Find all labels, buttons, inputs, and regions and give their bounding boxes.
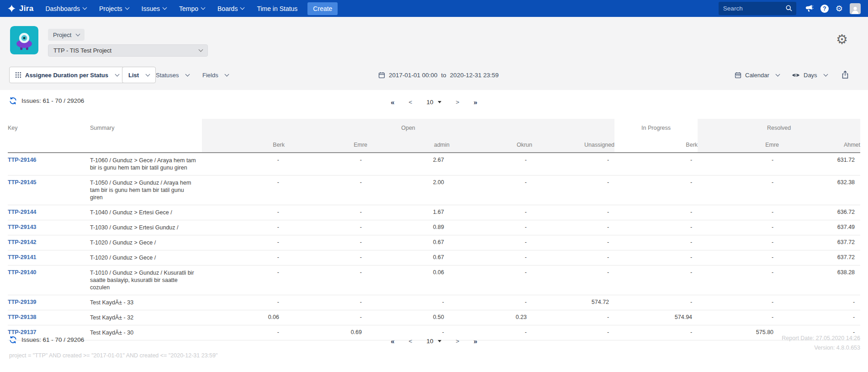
nav-item-label: Tempo xyxy=(179,5,198,12)
jira-logo[interactable]: Jira xyxy=(7,4,33,13)
duration-cell: 0.06 xyxy=(202,310,285,325)
nav-item-label: Time in Status xyxy=(257,5,297,12)
chevron-down-icon xyxy=(115,72,120,76)
duration-cell: - xyxy=(614,175,698,205)
app-version: Version: 4.8.0.653 xyxy=(782,343,860,353)
issue-key-link[interactable]: TTP-29142 xyxy=(8,239,37,245)
issue-summary-cell: T-1040 / Gunduz > Ertesi Gece / xyxy=(90,205,202,220)
nav-item-boards[interactable]: Boards xyxy=(217,5,244,12)
refresh-button[interactable] xyxy=(9,336,17,344)
chevron-down-icon xyxy=(199,48,203,52)
issues-count-label: Issues: 61 - 70 / 29206 xyxy=(21,336,84,343)
chevron-down-icon xyxy=(125,5,129,10)
search-input[interactable] xyxy=(719,5,796,12)
statuses-dropdown[interactable]: Statuses xyxy=(156,67,189,83)
first-page-button[interactable]: « xyxy=(391,337,394,345)
fields-dropdown[interactable]: Fields xyxy=(202,67,228,83)
unit-days-dropdown[interactable]: Days xyxy=(792,67,827,83)
duration-cell: - xyxy=(532,175,614,205)
duration-cell: - xyxy=(614,325,698,340)
duration-cell: - xyxy=(202,235,285,250)
project-type-button[interactable]: Project xyxy=(48,29,85,41)
last-page-button[interactable]: » xyxy=(473,98,477,106)
issue-key-link[interactable]: TTP-29145 xyxy=(8,179,37,186)
nav-item-dashboards[interactable]: Dashboards xyxy=(45,5,86,12)
duration-cell: - xyxy=(202,325,285,340)
duration-cell: 0.23 xyxy=(450,310,532,325)
duration-cell: - xyxy=(614,205,698,220)
duration-cell: - xyxy=(285,205,367,220)
duration-cell: - xyxy=(285,235,367,250)
project-select[interactable]: TTP - TIS Test Project xyxy=(48,44,208,57)
last-page-button[interactable]: » xyxy=(473,337,477,345)
report-type-button[interactable]: Assignee Duration per Status xyxy=(9,67,125,83)
group-header-resolved: Resolved xyxy=(698,119,860,137)
issue-key-link[interactable]: TTP-29138 xyxy=(8,314,37,320)
nav-item-issues[interactable]: Issues xyxy=(142,5,166,12)
next-page-button[interactable]: > xyxy=(456,338,460,345)
issue-summary-cell: T-1030 / Gunduz > Ertesi Gunduz / xyxy=(90,220,202,235)
chevron-down-icon xyxy=(185,72,190,76)
chevron-down-icon xyxy=(146,72,150,76)
column-header-summary: Summary xyxy=(90,119,202,137)
issue-key-link[interactable]: TTP-29144 xyxy=(8,209,37,215)
chevron-down-icon xyxy=(224,72,229,76)
page-size-select[interactable]: 10 xyxy=(426,338,441,345)
issue-summary-cell: Test KaydÄ± - 32 xyxy=(90,310,202,325)
chevron-down-icon xyxy=(775,72,780,76)
table-row: TTP-29146T-1060 / Gunduz > Gece / Araya … xyxy=(8,153,860,175)
view-list-button[interactable]: List xyxy=(122,67,156,83)
next-page-button[interactable]: > xyxy=(456,99,460,106)
group-header-in-progress: In Progress xyxy=(614,119,698,137)
announcement-icon[interactable] xyxy=(805,5,814,12)
issue-key-link[interactable]: TTP-29146 xyxy=(8,157,37,163)
user-avatar[interactable] xyxy=(850,3,861,14)
nav-item-tempo[interactable]: Tempo xyxy=(179,5,205,12)
project-type-label: Project xyxy=(53,32,71,38)
date-to-word: to xyxy=(441,72,446,79)
issue-key-link[interactable]: TTP-29137 xyxy=(8,329,37,335)
report-settings-gear-icon[interactable] xyxy=(836,33,848,46)
report-meta: Report Date: 27.05.2020 14:26 Version: 4… xyxy=(782,334,860,353)
issue-key-cell: TTP-29139 xyxy=(8,295,90,310)
prev-page-button[interactable]: < xyxy=(409,99,413,106)
duration-cell: 2.00 xyxy=(367,175,450,205)
nav-item-label: Projects xyxy=(99,5,122,12)
column-header-key: Key xyxy=(8,119,90,137)
issue-summary-cell: T-1020 / Gunduz > Gece / xyxy=(90,235,202,250)
chevron-down-icon xyxy=(240,5,245,10)
issue-key-link[interactable]: TTP-29141 xyxy=(8,254,37,260)
assignee-column-header-open-okrun: Okrun xyxy=(450,137,532,153)
issue-summary-cell: T-1060 / Gunduz > Gece / Araya hem tam b… xyxy=(90,153,202,175)
issue-key-cell: TTP-29146 xyxy=(8,153,90,175)
duration-cell: - xyxy=(614,220,698,235)
nav-item-projects[interactable]: Projects xyxy=(99,5,129,12)
prev-page-button[interactable]: < xyxy=(409,338,413,345)
duration-cell: - xyxy=(285,295,367,310)
help-icon[interactable]: ? xyxy=(820,5,829,13)
project-avatar xyxy=(10,26,38,54)
date-range-picker[interactable]: 2017-01-01 00:00 to 2020-12-31 23:59 xyxy=(378,67,498,83)
nav-item-time-in-status[interactable]: Time in Status xyxy=(257,5,297,12)
create-button[interactable]: Create xyxy=(307,2,338,15)
duration-cell: 575.80 xyxy=(698,325,779,340)
chevron-down-icon xyxy=(76,32,80,36)
duration-cell: - xyxy=(285,250,367,266)
duration-cell: - xyxy=(202,266,285,295)
first-page-button[interactable]: « xyxy=(391,98,394,106)
page-size-select[interactable]: 10 xyxy=(426,99,441,106)
settings-gear-icon[interactable] xyxy=(836,5,843,13)
search-icon[interactable] xyxy=(785,5,793,14)
issue-key-link[interactable]: TTP-29140 xyxy=(8,269,37,276)
duration-cell: - xyxy=(532,266,614,295)
chevron-down-icon xyxy=(83,5,87,10)
nav-item-label: Issues xyxy=(142,5,160,12)
issue-key-link[interactable]: TTP-29139 xyxy=(8,299,37,305)
refresh-button[interactable] xyxy=(9,97,17,105)
calendar-mode-dropdown[interactable]: Calendar xyxy=(735,67,779,83)
caret-down-icon xyxy=(438,340,442,342)
issue-key-link[interactable]: TTP-29143 xyxy=(8,224,37,230)
export-icon[interactable] xyxy=(842,70,849,79)
jql-query-text: project = "TTP" AND created >= "2017-01-… xyxy=(9,352,217,359)
nav-item-label: Boards xyxy=(217,5,238,12)
